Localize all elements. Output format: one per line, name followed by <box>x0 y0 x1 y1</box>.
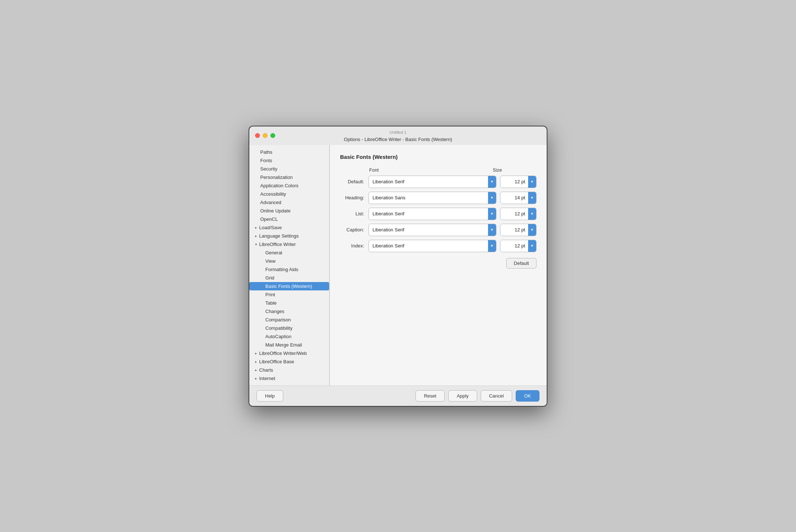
window-bg-title: Untitled 1 <box>249 130 547 134</box>
sidebar-item-label: Compatibility <box>265 325 292 331</box>
sidebar-item-personalization[interactable]: Personalization <box>249 173 329 181</box>
sidebar-item-compatibility[interactable]: Compatibility <box>249 324 329 332</box>
sidebar-item-language-settings[interactable]: ▸Language Settings <box>249 232 329 240</box>
sidebar-item-label: LibreOffice Writer/Web <box>259 351 307 356</box>
sidebar-item-grid[interactable]: Grid <box>249 274 329 282</box>
sidebar-item-online-update[interactable]: Online Update <box>249 207 329 215</box>
help-button[interactable]: Help <box>257 390 283 402</box>
sidebar-item-label: Personalization <box>260 175 293 180</box>
list-font-dropdown-button[interactable]: ▾ <box>488 208 496 220</box>
sidebar-item-mail-merge[interactable]: Mail Merge Email <box>249 341 329 349</box>
apply-button[interactable]: Apply <box>448 390 477 402</box>
default-label: Default: <box>340 179 368 184</box>
sidebar-item-label: LibreOffice Base <box>259 359 294 364</box>
sidebar-item-label: Internet <box>259 376 275 381</box>
sidebar-item-view[interactable]: View <box>249 257 329 265</box>
default-size-select-wrap[interactable]: 12 pt▾ <box>500 176 536 188</box>
chevron-down-icon: ▾ <box>531 195 533 200</box>
sidebar-item-label: Print <box>265 292 275 297</box>
list-font-select-wrap[interactable]: Liberation Serif▾ <box>368 208 496 220</box>
sidebar-item-formatting-aids[interactable]: Formatting Aids <box>249 265 329 274</box>
list-label: List: <box>340 211 368 216</box>
sidebar-item-changes[interactable]: Changes <box>249 307 329 316</box>
heading-label: Heading: <box>340 195 368 200</box>
sidebar-item-label: Changes <box>265 309 284 314</box>
sidebar-item-print[interactable]: Print <box>249 290 329 299</box>
ok-button[interactable]: OK <box>516 390 539 402</box>
chevron-down-icon: ▾ <box>491 195 493 200</box>
chevron-down-icon: ▾ <box>531 179 533 184</box>
sidebar-item-security[interactable]: Security <box>249 165 329 173</box>
list-size-select-wrap[interactable]: 12 pt▾ <box>500 208 536 220</box>
sidebar-item-accessibility[interactable]: Accessibility <box>249 190 329 198</box>
sidebar-item-comparison[interactable]: Comparison <box>249 316 329 324</box>
sidebar-item-label: Fonts <box>260 158 272 163</box>
sidebar-item-app-colors[interactable]: Application Colors <box>249 181 329 190</box>
caption-font-select-wrap[interactable]: Liberation Serif▾ <box>368 224 496 236</box>
sidebar-item-basic-fonts-western[interactable]: Basic Fonts (Western) <box>249 282 329 290</box>
caption-font-dropdown-button[interactable]: ▾ <box>488 224 496 236</box>
chevron-icon: ▸ <box>255 351 257 355</box>
sidebar-item-label: Load/Save <box>259 225 282 230</box>
index-size-select-wrap[interactable]: 12 pt▾ <box>500 240 536 252</box>
sidebar-item-lo-writer-web[interactable]: ▸LibreOffice Writer/Web <box>249 349 329 357</box>
cancel-button[interactable]: Cancel <box>481 390 512 402</box>
index-label: Index: <box>340 243 368 249</box>
heading-font-select-wrap[interactable]: Liberation Sans▾ <box>368 192 496 204</box>
sidebar-item-opencl[interactable]: OpenCL <box>249 215 329 223</box>
sidebar-item-table[interactable]: Table <box>249 299 329 307</box>
font-rows: Default:Liberation Serif▾12 pt▾Heading:L… <box>340 176 536 252</box>
sidebar-item-label: Charts <box>259 367 273 373</box>
sidebar-item-label: Mail Merge Email <box>265 342 302 348</box>
title-bar: Untitled 1 Options - LibreOffice Writer … <box>249 126 547 145</box>
reset-button[interactable]: Reset <box>415 390 445 402</box>
chevron-down-icon: ▾ <box>531 243 533 248</box>
heading-font-dropdown-button[interactable]: ▾ <box>488 192 496 204</box>
sidebar-item-label: Table <box>265 300 277 306</box>
sidebar-item-paths[interactable]: Paths <box>249 148 329 156</box>
chevron-icon: ▸ <box>255 376 257 380</box>
list-size-dropdown-button[interactable]: ▾ <box>528 208 536 220</box>
sidebar-item-internet[interactable]: ▸Internet <box>249 374 329 383</box>
sidebar-item-lo-base[interactable]: ▸LibreOffice Base <box>249 357 329 366</box>
sidebar: PathsFontsSecurityPersonalizationApplica… <box>249 145 329 386</box>
font-row-caption: Caption:Liberation Serif▾12 pt▾ <box>340 224 536 236</box>
index-size-dropdown-button[interactable]: ▾ <box>528 240 536 252</box>
chevron-icon: ▸ <box>255 368 257 372</box>
sidebar-item-lo-writer[interactable]: ▾LibreOffice Writer <box>249 240 329 249</box>
sidebar-item-general[interactable]: General <box>249 249 329 257</box>
index-font-select-wrap[interactable]: Liberation Serif▾ <box>368 240 496 252</box>
font-col-header: Font <box>369 167 493 173</box>
sidebar-item-charts[interactable]: ▸Charts <box>249 366 329 374</box>
default-font-select-wrap[interactable]: Liberation Serif▾ <box>368 176 496 188</box>
sidebar-item-label: OpenCL <box>260 216 278 222</box>
heading-size-select-wrap[interactable]: 14 pt▾ <box>500 192 536 204</box>
chevron-down-icon: ▾ <box>491 179 493 184</box>
sidebar-item-label: Advanced <box>260 200 281 205</box>
default-size-value: 12 pt <box>500 177 528 187</box>
sidebar-item-load-save[interactable]: ▸Load/Save <box>249 223 329 232</box>
content-panel: Basic Fonts (Western) Font Size Default:… <box>330 145 547 386</box>
default-size-dropdown-button[interactable]: ▾ <box>528 176 536 188</box>
dialog-footer: Help Reset Apply Cancel OK <box>249 386 547 406</box>
dialog-main: PathsFontsSecurityPersonalizationApplica… <box>249 145 547 386</box>
caption-size-select-wrap[interactable]: 12 pt▾ <box>500 224 536 236</box>
sidebar-item-label: Accessibility <box>260 191 286 197</box>
sidebar-item-advanced[interactable]: Advanced <box>249 198 329 207</box>
caption-size-value: 12 pt <box>500 225 528 235</box>
caption-size-dropdown-button[interactable]: ▾ <box>528 224 536 236</box>
index-font-dropdown-button[interactable]: ▾ <box>488 240 496 252</box>
heading-size-dropdown-button[interactable]: ▾ <box>528 192 536 204</box>
caption-font-value: Liberation Serif <box>369 225 488 235</box>
sidebar-item-label: Comparison <box>265 317 291 322</box>
dialog-body: PathsFontsSecurityPersonalizationApplica… <box>249 145 547 406</box>
index-size-value: 12 pt <box>500 241 528 251</box>
font-row-default: Default:Liberation Serif▾12 pt▾ <box>340 176 536 188</box>
sidebar-item-autocaption[interactable]: AutoCaption <box>249 332 329 341</box>
default-font-dropdown-button[interactable]: ▾ <box>488 176 496 188</box>
chevron-icon: ▸ <box>255 226 257 230</box>
index-font-value: Liberation Serif <box>369 241 488 251</box>
sidebar-item-fonts[interactable]: Fonts <box>249 156 329 165</box>
default-button[interactable]: Default <box>506 258 536 269</box>
sidebar-item-label: Formatting Aids <box>265 267 298 272</box>
